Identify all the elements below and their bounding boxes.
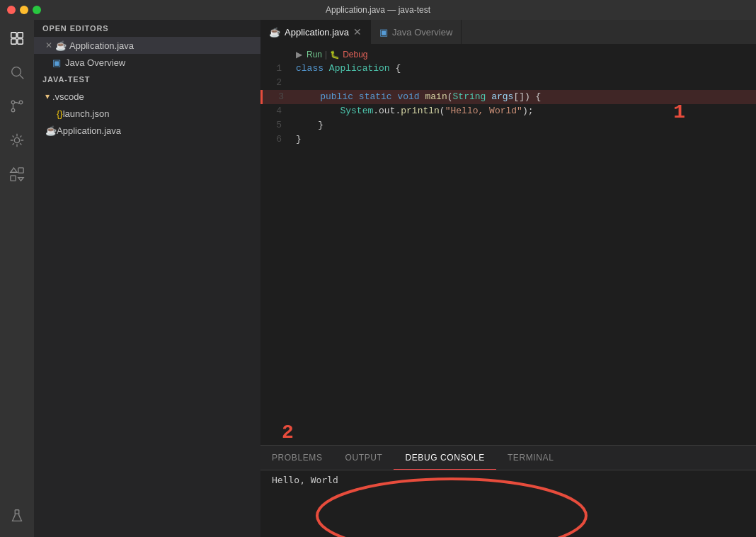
svg-point-6: [11, 101, 15, 104]
run-button[interactable]: Run: [307, 50, 322, 60]
debug-console-tab[interactable]: DEBUG CONSOLE: [394, 446, 496, 470]
open-editor-label-2: Java Overview: [65, 57, 125, 68]
svg-rect-2: [11, 39, 16, 44]
explorer-activity-icon[interactable]: [4, 26, 30, 51]
main-layout: OPEN EDITORS ✕ ☕ Application.java ▣ Java…: [0, 20, 756, 537]
code-line-4: 4 System.out.println("Hello, World");: [260, 104, 756, 118]
run-debug-hint: ▶ Run | 🐛 Debug: [260, 47, 756, 62]
close-button[interactable]: [7, 6, 16, 14]
application-java-label: Application.java: [57, 125, 121, 136]
line-content-6: }: [296, 132, 302, 147]
tab-application-java[interactable]: ☕ Application.java ✕: [260, 20, 371, 44]
debug-activity-icon[interactable]: [4, 128, 30, 153]
terminal-tab[interactable]: TERMINAL: [496, 446, 565, 470]
extensions-activity-icon[interactable]: [4, 162, 30, 187]
line-num-1: 1: [260, 62, 296, 76]
tab-label-1: Application.java: [285, 27, 349, 38]
svg-point-7: [11, 108, 15, 112]
open-editors-section: OPEN EDITORS: [34, 20, 260, 37]
maximize-button[interactable]: [33, 6, 41, 14]
debug-button[interactable]: Debug: [343, 50, 367, 60]
hello-world-output: Hello, World: [272, 475, 338, 485]
open-editor-label-1: Application.java: [69, 40, 134, 51]
line-content-5: }: [296, 118, 323, 132]
svg-rect-12: [18, 168, 23, 173]
activity-bar: [0, 20, 34, 537]
problems-tab[interactable]: PROBLEMS: [260, 446, 334, 470]
line-content-3: public static void main(String args[]) {: [298, 90, 541, 104]
line-num-4: 4: [260, 104, 296, 118]
tab-java-overview[interactable]: ▣ Java Overview: [371, 20, 462, 44]
line-num-5: 5: [260, 118, 296, 132]
vscode-folder[interactable]: ▾ .vscode: [34, 88, 260, 105]
svg-line-5: [20, 75, 23, 79]
svg-rect-1: [18, 33, 23, 38]
code-line-2: 2: [260, 76, 756, 90]
line-num-3: 3: [263, 90, 298, 104]
vscode-folder-label: .vscode: [52, 91, 84, 102]
java-test-section: JAVA-TEST: [34, 71, 260, 88]
tab-overview-icon: ▣: [379, 27, 388, 38]
tab-bar: ☕ Application.java ✕ ▣ Java Overview: [260, 20, 756, 45]
line-num-2: 2: [260, 76, 296, 90]
tab-label-2: Java Overview: [392, 27, 452, 38]
bottom-panel: PROBLEMS OUTPUT DEBUG CONSOLE TERMINAL H…: [260, 445, 756, 537]
run-debug-separator: |: [325, 50, 327, 60]
open-editor-application-java[interactable]: ✕ ☕ Application.java: [34, 37, 260, 54]
open-editor-java-overview[interactable]: ▣ Java Overview: [34, 54, 260, 71]
sidebar: OPEN EDITORS ✕ ☕ Application.java ▣ Java…: [34, 20, 260, 537]
close-editor-icon[interactable]: ✕: [45, 40, 52, 50]
svg-point-8: [19, 101, 23, 104]
line-num-6: 6: [260, 132, 296, 147]
line-content-4: System.out.println("Hello, World");: [296, 104, 534, 118]
java-app-icon: ☕: [45, 125, 57, 136]
line-content-1: class Application {: [296, 62, 401, 76]
code-line-5: 5 }: [260, 118, 756, 132]
launch-json-label: launch.json: [63, 108, 110, 119]
debug-small-icon: 🐛: [330, 50, 340, 60]
editor-area: ☕ Application.java ✕ ▣ Java Overview ▶ R…: [260, 20, 756, 537]
output-tab[interactable]: OUTPUT: [334, 446, 394, 470]
panel-content: Hello, World: [260, 470, 756, 490]
svg-rect-0: [11, 33, 16, 38]
editor-relative: ▶ Run | 🐛 Debug 1 class Application { 2: [260, 45, 756, 537]
svg-rect-3: [18, 39, 23, 44]
chevron-down-icon: ▾: [45, 91, 50, 101]
code-line-3: 3 public static void main(String args[])…: [260, 90, 756, 104]
java-file-icon: ☕: [55, 40, 67, 51]
svg-rect-11: [11, 176, 16, 181]
svg-point-10: [14, 137, 19, 142]
minimize-button[interactable]: [20, 6, 28, 14]
test-activity-icon[interactable]: [4, 503, 30, 528]
overview-icon: ▣: [51, 57, 62, 68]
code-line-1: 1 class Application {: [260, 62, 756, 76]
launch-json-file[interactable]: {} launch.json: [34, 105, 260, 122]
source-control-activity-icon[interactable]: [4, 94, 30, 119]
search-activity-icon[interactable]: [4, 60, 30, 85]
code-editor[interactable]: ▶ Run | 🐛 Debug 1 class Application { 2: [260, 45, 756, 445]
application-java-file[interactable]: ☕ Application.java: [34, 122, 260, 139]
tab-close-icon[interactable]: ✕: [353, 26, 362, 38]
code-line-6: 6 }: [260, 132, 756, 147]
window-title: Application.java — java-test: [326, 5, 430, 15]
titlebar: Application.java — java-test: [0, 0, 756, 20]
svg-point-4: [12, 67, 21, 77]
tab-java-icon: ☕: [269, 27, 280, 38]
panel-tab-bar: PROBLEMS OUTPUT DEBUG CONSOLE TERMINAL: [260, 446, 756, 470]
play-icon: ▶: [296, 50, 302, 60]
traffic-lights: [7, 6, 41, 14]
json-file-icon: {}: [57, 108, 63, 119]
